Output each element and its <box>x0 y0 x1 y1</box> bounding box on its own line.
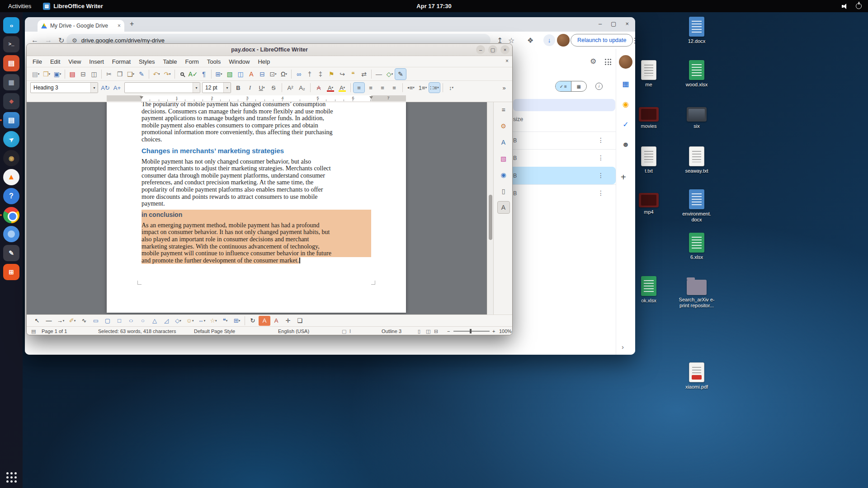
close-document-icon[interactable]: × <box>505 58 509 64</box>
update-style-icon[interactable]: A↻ <box>100 83 111 93</box>
word-count-status[interactable]: Selected: 63 words, 418 characters <box>98 327 176 335</box>
rotate-icon[interactable]: ↻ <box>247 316 259 326</box>
menu-file[interactable]: File <box>28 57 46 66</box>
chromium-icon[interactable] <box>3 226 19 242</box>
chevron-down-icon[interactable]: ▾ <box>193 83 200 93</box>
strikethrough-button[interactable]: S <box>268 83 279 93</box>
style-inspector-icon[interactable]: A <box>498 202 509 213</box>
desktop-icon-xiaomi-pdf[interactable]: xiaomi.pdf <box>672 362 722 390</box>
rounded-rectangle-icon[interactable]: ▢ <box>102 316 113 326</box>
chrome-icon[interactable] <box>3 207 19 223</box>
unknown-app-icon-2[interactable]: ◆ <box>3 93 19 109</box>
bold-button[interactable]: B <box>233 83 244 93</box>
navigator-icon[interactable]: ◉ <box>498 169 509 181</box>
libreoffice-writer-icon[interactable]: ▤ <box>3 112 19 128</box>
activities-button[interactable]: Activities <box>8 3 31 9</box>
insert-table-icon[interactable]: ⊞▾ <box>213 69 224 80</box>
telegram-icon[interactable]: ➤ <box>3 131 19 147</box>
menu-insert[interactable]: Insert <box>85 57 108 66</box>
zoom-percent-status[interactable]: 100% <box>499 327 512 335</box>
styles-icon[interactable]: A <box>498 136 509 148</box>
bookmark-icon[interactable]: ⚑ <box>326 69 337 80</box>
google-apps-icon[interactable] <box>605 59 611 65</box>
grid-view-toggle[interactable]: ▦ <box>571 81 587 91</box>
flowchart-icon[interactable]: ⊞▾ <box>231 316 243 326</box>
textbox-icon[interactable]: A <box>270 316 282 326</box>
document-paragraph-2[interactable]: Mobile payment has not only changed cons… <box>142 158 371 207</box>
profile-avatar[interactable] <box>557 34 570 47</box>
writer-titlebar[interactable]: pay.docx - LibreOffice Writer – ▢ × <box>27 44 512 56</box>
single-page-view-icon[interactable]: ▯ <box>418 327 420 335</box>
language-status[interactable]: English (USA) <box>278 327 309 335</box>
cut-icon[interactable]: ✂ <box>104 69 114 80</box>
special-character-icon[interactable]: Ω▾ <box>278 69 289 80</box>
desktop-icon-seaway-txt[interactable]: seaway.txt <box>672 146 722 174</box>
redo-icon[interactable]: ↷▾ <box>162 69 173 80</box>
undo-icon[interactable]: ↶▾ <box>151 69 162 80</box>
outline-level-status[interactable]: Outline 3 <box>382 327 401 335</box>
tab-close-icon[interactable]: × <box>118 23 121 29</box>
writer-maximize-button[interactable]: ▢ <box>488 45 497 54</box>
draw-functions-icon[interactable]: ✎ <box>395 69 406 80</box>
insert-mode-icon[interactable]: I <box>349 327 351 335</box>
book-view-icon[interactable]: ⊟ <box>434 327 438 335</box>
insert-comment-icon[interactable]: ❝ <box>348 69 359 80</box>
menu-help[interactable]: Help <box>254 57 274 66</box>
zoom-slider-knob[interactable] <box>470 329 472 333</box>
find-replace-icon[interactable] <box>177 69 188 80</box>
show-applications-button[interactable] <box>0 472 23 483</box>
print-icon[interactable]: ⊟ <box>78 69 89 80</box>
font-size-select[interactable]: 12 pt ▾ <box>202 82 231 93</box>
volume-icon[interactable] <box>842 4 849 9</box>
side-panel-add-icon[interactable]: + <box>621 172 626 183</box>
stars-icon[interactable]: ☆▾ <box>208 316 219 326</box>
export-pdf-icon[interactable]: ▤ <box>67 69 78 80</box>
layout-toggle[interactable]: ✓ ≡ ▦ <box>555 81 587 92</box>
file-size-column-header[interactable]: size <box>513 116 523 122</box>
edit-points-icon[interactable]: ✛ <box>282 316 294 326</box>
downloads-icon[interactable]: ↓ <box>543 34 555 46</box>
new-tab-button[interactable]: + <box>130 20 134 28</box>
hyperlink-icon[interactable]: ∞ <box>293 69 304 80</box>
basic-shapes-icon[interactable]: ◇▾ <box>172 316 184 326</box>
writer-minimize-button[interactable]: – <box>476 45 485 54</box>
spelling-icon[interactable]: A✓ <box>188 69 198 80</box>
row-menu-icon[interactable]: ⋮ <box>598 189 604 197</box>
extensions-icon[interactable]: ❖ <box>527 36 533 45</box>
right-margin-marker[interactable] <box>369 96 373 99</box>
info-icon[interactable]: i <box>595 83 603 90</box>
relaunch-button[interactable]: Relaunch to update <box>571 34 633 47</box>
chevron-down-icon[interactable]: ▾ <box>90 83 98 93</box>
side-panel-collapse-icon[interactable]: › <box>622 343 624 351</box>
triangle-icon[interactable]: △ <box>149 316 160 326</box>
right-triangle-icon[interactable]: ◿ <box>160 316 172 326</box>
document-paragraph-3[interactable]: As an emerging payment method, mobile pa… <box>142 222 371 264</box>
open-icon[interactable]: ❒▾ <box>41 69 52 80</box>
multi-page-view-icon[interactable]: ◫ <box>426 327 430 335</box>
font-name-select[interactable]: ▾ <box>124 82 200 93</box>
menu-styles[interactable]: Styles <box>135 57 159 66</box>
vscode-icon[interactable]: ‹› <box>3 17 19 33</box>
insert-line-icon[interactable]: ― <box>373 69 384 80</box>
paste-icon[interactable]: ❑▾ <box>125 69 136 80</box>
outline-list-button[interactable]: ∷≡▾ <box>429 83 440 93</box>
highlight-color-button[interactable]: A▾ <box>337 83 348 93</box>
subscript-button[interactable]: A₂ <box>297 83 307 93</box>
desktop-icon-six[interactable]: six <box>672 103 722 129</box>
browser-close-button[interactable]: × <box>625 20 629 27</box>
clock[interactable]: Apr 17 17:30 <box>416 3 451 9</box>
page-deck-icon[interactable]: ▯ <box>498 185 509 197</box>
insert-image-icon[interactable]: ▧ <box>224 69 235 80</box>
sidebar-toggle-icon[interactable]: » <box>499 83 509 93</box>
libreoffice-impress-icon[interactable]: ▤ <box>3 55 19 71</box>
help-icon[interactable]: ? <box>3 188 19 204</box>
curve-icon[interactable]: ∿ <box>78 316 90 326</box>
save-icon[interactable]: ▣▾ <box>52 69 63 80</box>
page-break-icon[interactable]: ⊟ <box>257 69 268 80</box>
copy-icon[interactable]: ❐ <box>114 69 125 80</box>
browser-maximize-button[interactable]: ▢ <box>611 20 616 27</box>
browser-tab[interactable]: My Drive - Google Drive × <box>38 20 124 32</box>
calendar-icon[interactable]: ▦ <box>621 79 631 89</box>
align-left-button[interactable]: ≡ <box>354 83 364 93</box>
cross-reference-icon[interactable]: ↪ <box>337 69 348 80</box>
